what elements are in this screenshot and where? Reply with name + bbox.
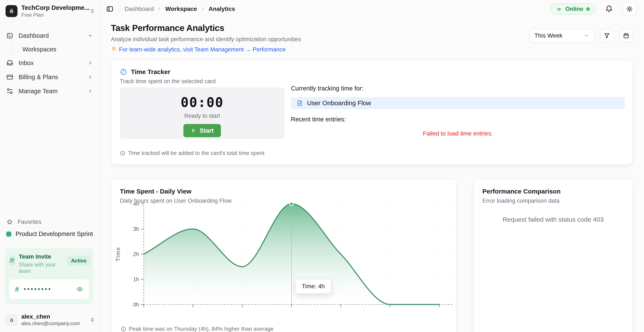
- board-color-dot: [6, 231, 11, 237]
- daily-chart-card: Time Spent - Daily View Daily hours spen…: [111, 179, 456, 332]
- team-invite-header: Team Invite Share with your team Active: [10, 253, 89, 274]
- start-button-label: Start: [200, 127, 214, 134]
- info-icon: [121, 326, 126, 332]
- sidebar-item-dashboard[interactable]: Dashboard: [0, 29, 100, 43]
- online-status-badge: Online: [550, 4, 596, 15]
- page-title: Task Performance Analytics: [111, 23, 301, 33]
- timer-panel: 00:00 Ready to start Start: [120, 87, 284, 139]
- eye-icon[interactable]: [76, 286, 83, 292]
- tracker-subtitle: Track time spent on the selected card: [120, 78, 216, 85]
- chart-footnote-label: Peak time was on Thursday (4h), 84% high…: [129, 325, 274, 332]
- sidebar-toggle-icon[interactable]: [105, 4, 115, 14]
- online-status-label: Online: [565, 6, 583, 12]
- chart-title: Time Spent - Daily View: [120, 188, 192, 195]
- tree-guide-line: [12, 43, 12, 56]
- svg-text:4h: 4h: [133, 201, 139, 207]
- favorites-label: Favorites: [18, 219, 41, 225]
- calendar-icon: [623, 33, 629, 39]
- entries-label: Recent time entries:: [291, 116, 625, 123]
- file-text-icon: [296, 100, 303, 106]
- play-icon: [191, 128, 196, 133]
- org-plan: Free Plan: [21, 12, 86, 18]
- chevron-right-icon: [157, 7, 162, 11]
- users-icon: [10, 255, 15, 266]
- sidebar-item-label: Dashboard: [18, 32, 82, 39]
- sidebar-item-manage-team[interactable]: Manage Team: [0, 84, 100, 98]
- settings-sliders-icon: [6, 88, 14, 95]
- calendar-button[interactable]: [619, 29, 633, 43]
- tracker-footnote: Time tracked will be added to the card's…: [120, 150, 264, 156]
- performance-comparison-card: Performance Comparison Error loading com…: [474, 179, 633, 332]
- svg-text:3h: 3h: [133, 226, 139, 232]
- wifi-icon: [556, 6, 562, 12]
- topbar-divider: [118, 5, 119, 13]
- sidebar-item-label: Manage Team: [18, 88, 82, 95]
- breadcrumb-workspace[interactable]: Workspace: [165, 6, 197, 12]
- sidebar-item-billing[interactable]: Billing & Plans: [0, 70, 100, 84]
- time-spent-area-chart[interactable]: 0h1h2h3h4hTime: [111, 199, 457, 312]
- lightbulb-icon: [111, 46, 117, 53]
- status-badge: Active: [67, 256, 90, 266]
- team-analytics-tip-link[interactable]: For team-wide analytics, visit Team Mana…: [111, 46, 301, 53]
- svg-text:2h: 2h: [133, 251, 139, 257]
- theme-toggle-button[interactable]: [623, 2, 636, 16]
- user-meta: alex_chen alex.chen@company.com: [21, 313, 86, 326]
- chart-tooltip: Time: 4h: [295, 279, 331, 293]
- user-menu[interactable]: a alex_chen alex.chen@company.com: [6, 313, 95, 326]
- chevron-right-icon: [88, 74, 93, 80]
- sidebar-nav: Dashboard Workspaces Inbox: [0, 29, 100, 98]
- header-controls: This Week: [529, 29, 633, 43]
- page-header: Task Performance Analytics Analyze indiv…: [111, 23, 301, 53]
- team-invite-text: Team Invite Share with your team: [19, 253, 64, 274]
- sidebar: TechCorp Developme... Free Plan Dashboar…: [0, 0, 100, 332]
- org-meta: TechCorp Developme... Free Plan: [21, 4, 86, 18]
- chevron-right-icon: [88, 60, 93, 66]
- tracked-card-name: User Onboarding Flow: [307, 99, 371, 107]
- info-icon: [120, 150, 126, 156]
- timer-display: 00:00: [120, 95, 284, 110]
- comparison-error-message: Request failed with status code 403: [474, 216, 632, 223]
- svg-text:1h: 1h: [133, 276, 139, 282]
- star-icon: [6, 218, 13, 225]
- user-name: alex_chen: [21, 313, 86, 320]
- sidebar-item-label: Workspaces: [22, 46, 56, 53]
- team-invite-card: Team Invite Share with your team Active …: [5, 248, 94, 304]
- sidebar-item-workspaces[interactable]: Workspaces: [0, 43, 100, 56]
- invite-code-field[interactable]: # ••••••••: [10, 279, 89, 299]
- sidebar-item-inbox[interactable]: Inbox: [0, 56, 100, 70]
- breadcrumb-dashboard[interactable]: Dashboard: [124, 6, 154, 12]
- clock-icon: [120, 68, 127, 76]
- tracking-label: Currently tracking time for:: [291, 85, 625, 92]
- avatar: a: [6, 314, 18, 326]
- hash-icon: #: [15, 285, 19, 293]
- date-range-value: This Week: [534, 32, 584, 39]
- tracker-title: Time Tracker: [131, 68, 170, 76]
- date-range-select[interactable]: This Week: [529, 29, 594, 43]
- bell-icon[interactable]: [605, 5, 613, 13]
- favorite-item-label: Product Development Sprint: [16, 230, 93, 237]
- breadcrumb-analytics[interactable]: Analytics: [208, 6, 235, 12]
- chevron-down-icon: [584, 33, 590, 39]
- favorite-item-sprint[interactable]: Product Development Sprint: [6, 230, 93, 237]
- chevron-right-icon: [88, 88, 93, 94]
- main-area: Dashboard Workspace Analytics Online: [101, 0, 644, 332]
- timer-status: Ready to start: [120, 113, 284, 119]
- filter-icon: [604, 33, 610, 39]
- topbar: Dashboard Workspace Analytics Online: [101, 0, 644, 18]
- filter-button[interactable]: [600, 29, 614, 43]
- favorites-header: Favorites: [6, 218, 41, 225]
- app-root: TechCorp Developme... Free Plan Dashboar…: [0, 0, 644, 332]
- team-invite-subtitle: Share with your team: [19, 261, 64, 274]
- page-subtitle: Analyze individual task performance and …: [111, 36, 301, 43]
- org-switcher[interactable]: TechCorp Developme... Free Plan: [6, 4, 95, 18]
- org-logo-icon: [6, 5, 18, 17]
- svg-text:0h: 0h: [133, 301, 139, 307]
- dashboard-icon: [6, 32, 14, 39]
- user-email: alex.chen@company.com: [21, 320, 86, 326]
- tracked-card-chip[interactable]: User Onboarding Flow: [291, 97, 625, 109]
- tip-link-label: For team-wide analytics, visit Team Mana…: [119, 46, 286, 53]
- start-button[interactable]: Start: [184, 124, 221, 137]
- entries-error-message: Failed to load time entries.: [291, 130, 625, 137]
- tracker-footnote-label: Time tracked will be added to the card's…: [128, 150, 264, 156]
- tracking-column: Currently tracking time for: User Onboar…: [291, 85, 625, 137]
